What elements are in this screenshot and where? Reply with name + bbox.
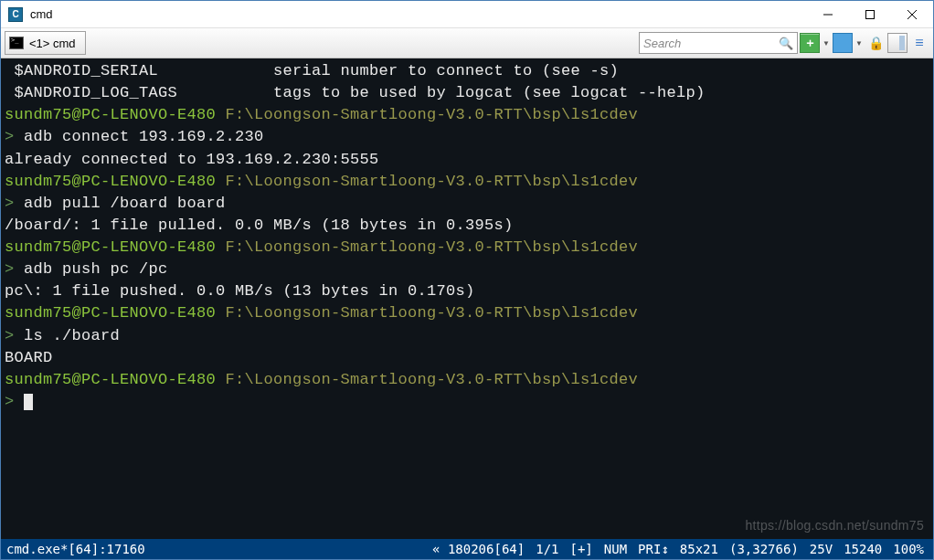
terminal-prompt[interactable]: > <box>5 391 929 413</box>
status-seg4: NUM <box>600 542 631 556</box>
minimize-button[interactable] <box>807 1 849 28</box>
numbered-tab-button[interactable] <box>833 33 853 53</box>
status-seg10: 100% <box>889 542 928 556</box>
terminal-output[interactable]: $ANDROID_SERIAL serial number to connect… <box>1 58 933 539</box>
add-tab-button[interactable]: ＋ <box>800 33 820 53</box>
panel-toggle-button[interactable] <box>887 33 907 53</box>
app-icon: C <box>8 7 23 22</box>
status-seg6: 85x21 <box>676 542 722 556</box>
search-icon[interactable]: 🔍 <box>779 37 793 50</box>
terminal-line: > ls ./board <box>5 325 929 347</box>
terminal-line: BOARD <box>5 347 929 369</box>
window-title: cmd <box>30 7 807 21</box>
status-bar: cmd.exe*[64]:17160 « 180206[64] 1/1 [+] … <box>1 539 933 559</box>
watermark: https://blog.csdn.net/sundm75 <box>746 517 925 535</box>
svg-rect-1 <box>866 10 875 18</box>
status-seg5: PRI↕ <box>634 542 673 556</box>
status-seg9: 15240 <box>840 542 886 556</box>
window-controls <box>807 1 933 28</box>
search-placeholder: Search <box>643 37 779 50</box>
status-seg7: (3,32766) <box>726 542 802 556</box>
numbered-tab-dropdown[interactable]: ▼ <box>854 39 864 48</box>
terminal-line: > adb push pc /pc <box>5 259 929 280</box>
console-tab[interactable]: <1> cmd <box>5 31 86 55</box>
status-seg1: « 180206[64] <box>429 542 528 556</box>
add-tab-dropdown[interactable]: ▼ <box>822 39 831 48</box>
terminal-icon <box>9 37 24 49</box>
app-window: C cmd <1> cmd Search 🔍 ＋ ▼ ▼ 🔒 ≡ $ANDROI… <box>0 0 934 560</box>
terminal-line: sundm75@PC-LENOVO-E480 F:\Loongson-Smart… <box>5 302 929 324</box>
terminal-line: sundm75@PC-LENOVO-E480 F:\Loongson-Smart… <box>5 237 929 259</box>
search-input[interactable]: Search 🔍 <box>639 32 798 54</box>
maximize-button[interactable] <box>849 1 891 28</box>
terminal-line: $ANDROID_SERIAL serial number to connect… <box>5 60 929 82</box>
status-seg8: 25V <box>806 542 836 556</box>
terminal-line: sundm75@PC-LENOVO-E480 F:\Loongson-Smart… <box>5 171 929 193</box>
terminal-line: sundm75@PC-LENOVO-E480 F:\Loongson-Smart… <box>5 369 929 391</box>
lock-icon[interactable]: 🔒 <box>865 33 886 53</box>
cursor-icon <box>24 394 33 410</box>
close-button[interactable] <box>891 1 933 28</box>
terminal-line: $ANDROID_LOG_TAGS tags to be used by log… <box>5 82 929 104</box>
titlebar[interactable]: C cmd <box>1 1 933 28</box>
status-seg2: 1/1 <box>532 542 562 556</box>
terminal-line: /board/: 1 file pulled. 0.0 MB/s (18 byt… <box>5 215 929 237</box>
terminal-line: already connected to 193.169.2.230:5555 <box>5 149 929 171</box>
status-process: cmd.exe*[64]:17160 <box>6 542 425 556</box>
tab-label: <1> cmd <box>29 37 76 50</box>
terminal-line: pc\: 1 file pushed. 0.0 MB/s (13 bytes i… <box>5 280 929 302</box>
terminal-line: > adb pull /board board <box>5 193 929 215</box>
terminal-line: sundm75@PC-LENOVO-E480 F:\Loongson-Smart… <box>5 104 929 126</box>
toolbar: <1> cmd Search 🔍 ＋ ▼ ▼ 🔒 ≡ <box>1 28 933 58</box>
status-seg3: [+] <box>567 542 597 556</box>
terminal-line: > adb connect 193.169.2.230 <box>5 126 929 148</box>
menu-button[interactable]: ≡ <box>909 33 929 53</box>
